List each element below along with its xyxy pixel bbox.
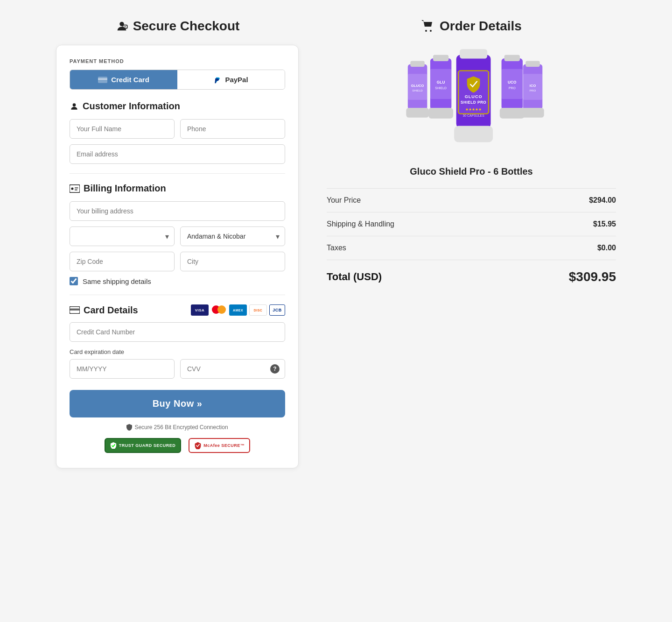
your-price-value: $294.00 [589,196,616,205]
svg-point-7 [71,187,73,190]
divider-1 [70,173,285,174]
checkout-card: PAYMENT METHOD Credit Card PayPal [56,45,299,468]
product-name: Gluco Shield Pro - 6 Bottles [327,166,616,177]
credit-card-tab[interactable]: Credit Card [70,70,177,89]
svg-rect-28 [454,126,493,142]
svg-text:SHIELD: SHIELD [412,89,423,92]
mastercard-badge [211,305,227,315]
product-image-container: GLUCO SHIELD GLU SHIELD [327,45,616,157]
zip-input[interactable] [70,252,175,271]
expiry-label: Card expiration date [70,348,285,355]
svg-point-12 [425,30,427,32]
shield-icon [126,424,132,431]
taxes-row: Taxes $0.00 [327,236,616,260]
email-input[interactable] [70,144,285,164]
svg-text:GLU: GLU [437,80,445,85]
page-container: Secure Checkout PAYMENT METHOD Credit Ca… [56,19,616,468]
state-select-wrapper: Andaman & Nicobar [180,226,285,246]
same-shipping-label[interactable]: Same shipping details [83,277,151,285]
svg-text:GLUCO: GLUCO [411,84,424,88]
amex-badge: AMEX [229,304,247,316]
email-field [70,144,285,164]
paypal-icon [214,76,221,84]
left-panel: Secure Checkout PAYMENT METHOD Credit Ca… [56,19,299,468]
svg-text:GLUCO: GLUCO [465,94,483,99]
svg-text:UCO: UCO [508,80,517,85]
trust-badges: TRUST GUARD SECURED McAfee SECURE™ [70,438,285,453]
card-number-input[interactable] [70,322,285,342]
svg-text:30 CAPSULES: 30 CAPSULES [462,114,484,117]
phone-field [180,119,285,139]
city-field [180,252,285,271]
svg-rect-4 [98,78,107,79]
full-name-field [70,119,175,139]
discover-badge: DISC [249,304,267,316]
shipping-value: $15.95 [593,220,616,228]
full-name-input[interactable] [70,119,175,139]
billing-address-input[interactable] [70,201,285,221]
card-details-title: Card Details [70,305,138,316]
customer-info-header: Customer Information [70,101,285,112]
your-price-row: Your Price $294.00 [327,189,616,212]
card-icon [70,306,80,314]
expiry-row: Card expiration date ? [70,348,285,379]
svg-point-2 [124,26,125,27]
expiry-fields: ? [70,359,285,379]
country-select-wrapper [70,226,175,246]
state-select[interactable]: Andaman & Nicobar [180,226,285,246]
card-details-header: Card Details VISA AMEX DISC JCB [70,304,285,316]
svg-text:★★★★★: ★★★★★ [465,107,482,112]
trust-guard-badge: TRUST GUARD SECURED [105,438,182,453]
svg-rect-6 [70,184,80,192]
country-state-row: Andaman & Nicobar [70,226,285,246]
lock-user-icon [115,20,128,33]
card-badges: VISA AMEX DISC JCB [191,304,285,316]
mcafee-badge: McAfee SECURE™ [189,438,250,453]
cvv-input[interactable] [180,359,285,379]
zip-city-row [70,252,285,271]
svg-rect-27 [460,49,487,58]
total-row: Total (USD) $309.95 [327,260,616,292]
total-label: Total (USD) [327,271,382,283]
expiry-input[interactable] [70,359,175,379]
taxes-value: $0.00 [597,244,616,252]
svg-rect-42 [525,61,539,67]
paypal-tab[interactable]: PayPal [177,70,285,89]
svg-rect-37 [500,108,525,119]
product-image: GLUCO SHIELD GLU SHIELD [383,45,560,157]
svg-text:SHIELD PRO: SHIELD PRO [461,100,486,105]
city-input[interactable] [180,252,285,271]
name-phone-row [70,119,285,139]
country-select[interactable] [70,226,175,246]
svg-point-5 [73,103,76,106]
shipping-row: Shipping & Handling $15.95 [327,212,616,236]
buy-now-button[interactable]: Buy Now » [70,390,285,417]
svg-rect-21 [433,55,448,61]
billing-address-row [70,201,285,221]
shipping-label: Shipping & Handling [327,220,394,228]
phone-input[interactable] [180,119,285,139]
cvv-field: ? [180,359,285,379]
payment-method-label: PAYMENT METHOD [70,58,285,64]
card-number-row [70,322,285,342]
visa-badge: VISA [191,304,209,316]
id-card-icon [70,184,80,193]
divider-2 [70,295,285,295]
order-title: Order Details [327,19,616,34]
same-shipping-row: Same shipping details [70,277,285,285]
shield-check-icon [110,442,117,449]
email-row [70,144,285,164]
same-shipping-checkbox[interactable] [70,277,78,285]
cart-icon [421,20,435,33]
payment-tabs: Credit Card PayPal [70,70,285,90]
price-rows: Your Price $294.00 Shipping & Handling $… [327,188,616,292]
person-icon [70,102,79,111]
jcb-badge: JCB [269,304,285,316]
cvv-help-icon[interactable]: ? [270,364,280,374]
taxes-label: Taxes [327,244,346,252]
svg-text:PRO: PRO [509,86,516,90]
svg-rect-15 [410,61,424,67]
svg-rect-9 [75,189,77,190]
svg-rect-8 [75,187,78,188]
zip-field [70,252,175,271]
